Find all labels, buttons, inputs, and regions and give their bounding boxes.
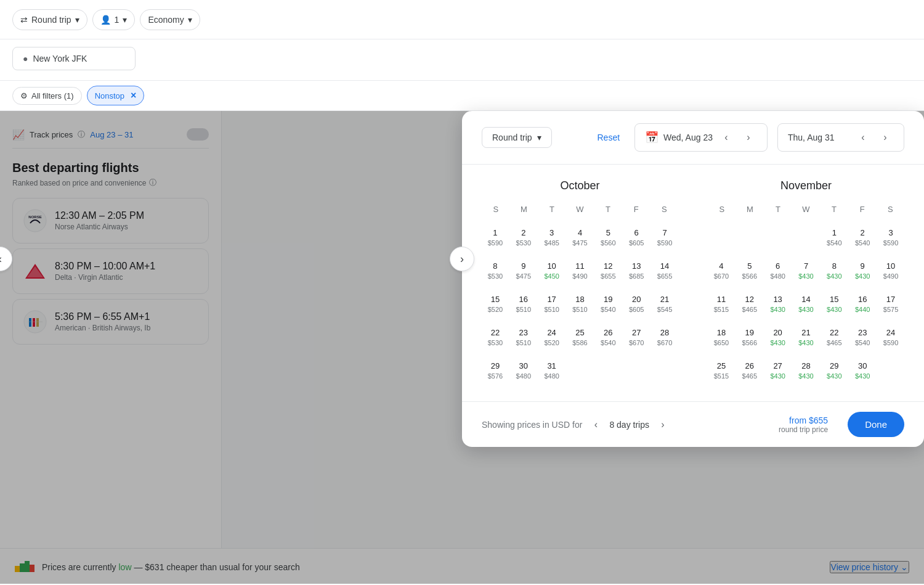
oct-fri: F <box>622 202 650 216</box>
cal-price: $566 <box>742 339 757 347</box>
cal-cell[interactable]: 24$520 <box>538 321 565 353</box>
cal-cell[interactable]: 5$566 <box>736 255 763 287</box>
cal-cell[interactable]: 17$575 <box>877 288 904 320</box>
cal-cell[interactable]: 3$590 <box>877 221 904 253</box>
cal-cell[interactable]: 14$655 <box>651 255 678 287</box>
cal-cell[interactable]: 10$490 <box>877 255 904 287</box>
cal-cell[interactable]: 8$430 <box>821 255 848 287</box>
trip-length-next[interactable]: › <box>654 416 671 433</box>
cal-cell[interactable]: 4$475 <box>567 221 594 253</box>
cal-price: $430 <box>827 372 841 380</box>
return-next-button[interactable]: › <box>877 129 894 146</box>
cal-cell[interactable]: 22$530 <box>482 321 509 353</box>
cal-cell[interactable]: 11$490 <box>567 255 594 287</box>
cal-cell[interactable]: 28$670 <box>651 321 678 353</box>
cal-cell[interactable]: 7$430 <box>793 255 820 287</box>
cal-cell[interactable]: 27$670 <box>623 321 650 353</box>
cal-cell[interactable]: 1$540 <box>821 221 848 253</box>
cal-cell[interactable]: 31$480 <box>538 354 565 387</box>
cal-cell[interactable]: 9$430 <box>849 255 876 287</box>
cal-cell[interactable]: 19$566 <box>736 321 763 353</box>
cal-cell[interactable]: 18$650 <box>708 321 735 353</box>
cal-cell[interactable]: 13$685 <box>623 255 650 287</box>
cal-cell[interactable]: 15$520 <box>482 288 509 320</box>
cal-cell[interactable]: 22$465 <box>821 321 848 353</box>
cal-cell[interactable]: 12$465 <box>736 288 763 320</box>
cal-day-number: 25 <box>717 361 726 372</box>
cal-cell[interactable]: 15$430 <box>821 288 848 320</box>
cal-day-number: 28 <box>801 361 810 372</box>
cal-cell[interactable]: 19$540 <box>594 288 622 320</box>
cal-cell[interactable]: 4$670 <box>708 255 735 287</box>
cal-price: $560 <box>601 239 615 247</box>
cal-cell[interactable]: 10$450 <box>538 255 565 287</box>
cal-day-number: 16 <box>519 294 528 305</box>
cal-cell[interactable]: 24$590 <box>877 321 904 353</box>
nonstop-filter-button[interactable]: Nonstop × <box>87 86 145 105</box>
cal-cell[interactable]: 8$530 <box>482 255 509 287</box>
trip-type-button[interactable]: ⇄ Round trip ▾ <box>12 9 87 30</box>
cal-cell[interactable]: 3$485 <box>538 221 565 253</box>
cal-cell[interactable]: 2$540 <box>849 221 876 253</box>
cal-cell[interactable]: 18$510 <box>567 288 594 320</box>
cal-cell[interactable]: 16$440 <box>849 288 876 320</box>
oct-tue: T <box>538 202 566 216</box>
cal-day-number: 24 <box>547 327 556 338</box>
nov-fri: F <box>848 202 877 216</box>
reset-button[interactable]: Reset <box>593 128 625 147</box>
cal-price: $670 <box>629 339 644 347</box>
calendar-next-button[interactable]: › <box>450 247 474 271</box>
cal-cell[interactable]: 1$590 <box>482 221 509 253</box>
cal-price: $430 <box>798 339 813 347</box>
october-calendar: October S M T W T F S 1$5902$5303$4854$4… <box>482 179 678 387</box>
cal-cell[interactable]: 7$590 <box>651 221 678 253</box>
cal-cell[interactable]: 25$515 <box>708 354 735 387</box>
calendar-prev-button[interactable]: ‹ <box>0 247 12 271</box>
cal-cell[interactable]: 2$530 <box>510 221 537 253</box>
done-button[interactable]: Done <box>848 412 904 437</box>
cal-day-number: 21 <box>660 294 669 305</box>
cal-cell[interactable]: 9$475 <box>510 255 537 287</box>
nov-sat: S <box>876 202 904 216</box>
cal-cell[interactable]: 6$480 <box>764 255 792 287</box>
cal-cell[interactable]: 12$655 <box>594 255 622 287</box>
origin-input[interactable]: ● New York JFK <box>12 47 136 70</box>
cal-price: $540 <box>827 239 841 247</box>
cal-cell[interactable]: 26$540 <box>594 321 622 353</box>
cal-cell[interactable]: 16$510 <box>510 288 537 320</box>
cal-cell[interactable]: 13$430 <box>764 288 792 320</box>
cabin-class-button[interactable]: Economy ▾ <box>140 9 200 30</box>
cal-cell[interactable]: 6$605 <box>623 221 650 253</box>
return-prev-button[interactable]: ‹ <box>854 129 872 146</box>
cal-cell[interactable]: 26$465 <box>736 354 763 387</box>
cal-cell[interactable]: 29$576 <box>482 354 509 387</box>
depart-prev-button[interactable]: ‹ <box>718 129 735 146</box>
cal-cell[interactable]: 29$430 <box>821 354 848 387</box>
return-date-nav: Thu, Aug 31 ‹ › <box>777 123 904 152</box>
cal-cell[interactable]: 20$605 <box>623 288 650 320</box>
cal-cell[interactable]: 23$510 <box>510 321 537 353</box>
cal-cell[interactable]: 21$545 <box>651 288 678 320</box>
nov-thu: T <box>820 202 848 216</box>
nonstop-close-icon[interactable]: × <box>131 90 136 101</box>
all-filters-button[interactable]: ⚙ All filters (1) <box>12 87 82 105</box>
passenger-icon: 👤 <box>100 15 111 25</box>
cal-cell[interactable]: 23$540 <box>849 321 876 353</box>
passengers-button[interactable]: 👤 1 ▾ <box>92 9 136 30</box>
depart-next-button[interactable]: › <box>740 129 757 146</box>
cal-cell[interactable]: 30$430 <box>849 354 876 387</box>
trip-length-prev[interactable]: ‹ <box>587 416 604 433</box>
cal-cell[interactable]: 25$586 <box>567 321 594 353</box>
cal-day-number: 17 <box>886 294 895 305</box>
cal-cell[interactable]: 30$480 <box>510 354 537 387</box>
cal-cell[interactable]: 20$430 <box>764 321 792 353</box>
calendar-trip-type[interactable]: Round trip ▾ <box>482 127 552 148</box>
cal-cell[interactable]: 5$560 <box>594 221 622 253</box>
cal-price: $655 <box>657 272 672 280</box>
cal-cell[interactable]: 28$430 <box>793 354 820 387</box>
cal-cell[interactable]: 17$510 <box>538 288 565 320</box>
cal-cell[interactable]: 27$430 <box>764 354 792 387</box>
cal-cell[interactable]: 14$430 <box>793 288 820 320</box>
cal-cell[interactable]: 11$515 <box>708 288 735 320</box>
cal-cell[interactable]: 21$430 <box>793 321 820 353</box>
